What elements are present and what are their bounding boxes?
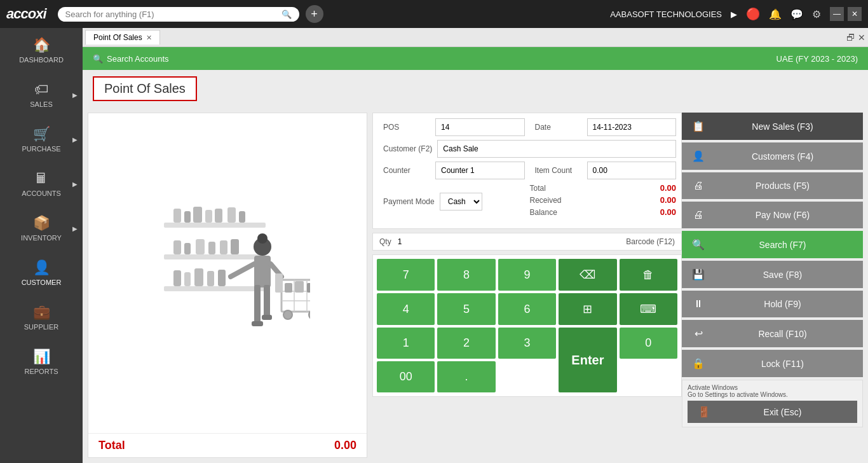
numpad-5[interactable]: 5 xyxy=(437,293,495,325)
tab-close-icon[interactable]: ✕ xyxy=(146,34,152,42)
sales-icon: 🏷 xyxy=(34,81,48,98)
mid-panel: POS 14 Date 14-11-2023 Customer (F2) Cas… xyxy=(372,113,682,458)
svg-rect-17 xyxy=(184,272,191,286)
svg-point-22 xyxy=(257,233,268,244)
svg-rect-11 xyxy=(184,243,191,254)
pay-now-button[interactable]: 🖨 Pay Now (F6) xyxy=(682,202,863,228)
svg-rect-16 xyxy=(173,270,181,286)
exit-button[interactable]: 🚪 Exit (Esc) xyxy=(688,401,857,423)
customer-field: Customer (F2) Cash Sale xyxy=(378,140,676,158)
hold-button[interactable]: ⏸ Hold (F9) xyxy=(682,291,863,317)
recall-button[interactable]: ↩ Recall (F10) xyxy=(682,320,863,347)
tab-point-of-sales[interactable]: Point Of Sales ✕ xyxy=(85,30,160,45)
search-accounts-icon: 🔍 xyxy=(93,54,103,64)
search-input[interactable] xyxy=(65,10,278,19)
tab-controls: 🗗 ✕ xyxy=(846,32,865,43)
close-button[interactable]: ✕ xyxy=(848,7,862,21)
counter-label: Counter xyxy=(378,163,435,177)
numpad-delete[interactable]: 🗑 xyxy=(620,259,677,291)
totals-section: Total 0.00 Received 0.00 Balance 0.00 xyxy=(530,183,677,219)
topbar-icons: 🔔 💬 ⚙ xyxy=(769,8,821,20)
numpad-enter[interactable]: Enter xyxy=(559,328,616,392)
numpad-00[interactable]: 00 xyxy=(377,361,435,392)
products-button[interactable]: 🖨 Products (F5) xyxy=(682,172,863,199)
received-value: 0.00 xyxy=(625,195,676,205)
main-layout: 🏠 DASHBOARD 🏷 SALES ▶ 🛒 PURCHASE ▶ 🖩 ACC… xyxy=(0,28,868,463)
sidebar-item-dashboard[interactable]: 🏠 DASHBOARD xyxy=(0,28,83,73)
svg-rect-27 xyxy=(264,285,270,317)
add-button[interactable]: + xyxy=(306,5,323,23)
search-button[interactable]: 🔍 Search (F7) xyxy=(682,231,863,258)
counter-value: Counter 1 xyxy=(435,162,525,179)
recall-label: Recall (F10) xyxy=(712,329,853,339)
search-accounts-button[interactable]: 🔍 Search Accounts xyxy=(93,54,169,64)
svg-rect-15 xyxy=(231,239,239,254)
minimize-button[interactable]: — xyxy=(830,7,844,21)
search-icon: 🔍 xyxy=(281,10,292,19)
numpad-0[interactable]: 0 xyxy=(620,328,677,359)
chat-icon[interactable]: 💬 xyxy=(790,8,803,20)
svg-rect-3 xyxy=(173,209,181,223)
payment-mode-label: Payment Mode xyxy=(378,195,440,209)
numpad-7[interactable]: 7 xyxy=(377,259,435,291)
sidebar-item-customer[interactable]: 👤 CUSTOMER xyxy=(0,251,83,295)
item-count-label: Item Count xyxy=(530,163,587,177)
svg-rect-8 xyxy=(227,207,236,223)
numpad-backspace[interactable]: ⌫ xyxy=(559,259,616,291)
numpad-6[interactable]: 6 xyxy=(498,293,556,325)
svg-rect-20 xyxy=(218,270,226,286)
sidebar-label-dashboard: DASHBOARD xyxy=(19,56,64,64)
sidebar-item-inventory[interactable]: 📦 INVENTORY ▶ xyxy=(0,206,83,251)
sidebar-item-accounts[interactable]: 🖩 ACCOUNTS ▶ xyxy=(0,162,83,206)
numpad-dot[interactable]: . xyxy=(437,361,495,392)
tab-restore-button[interactable]: 🗗 xyxy=(846,32,855,43)
bell-icon[interactable]: 🔔 xyxy=(769,8,782,20)
illustration-area xyxy=(88,113,367,433)
pos-date-fields: POS 14 Date 14-11-2023 xyxy=(378,118,676,136)
content-area: Point Of Sales ✕ 🗗 ✕ 🔍 Search Accounts U… xyxy=(83,28,868,463)
numpad-grid[interactable]: ⊞ xyxy=(559,293,616,325)
svg-line-24 xyxy=(231,264,254,277)
exit-icon: 🚪 xyxy=(698,406,710,418)
products-label: Products (F5) xyxy=(712,181,853,191)
activate-windows-text1: Activate Windows xyxy=(688,384,857,391)
payment-mode-select[interactable]: Cash xyxy=(440,193,482,211)
settings-icon[interactable]: ⚙ xyxy=(812,8,821,20)
page-title-bar: Point Of Sales xyxy=(83,70,868,107)
sidebar-item-supplier[interactable]: 💼 SUPPLIER xyxy=(0,295,83,340)
new-sales-button[interactable]: 📋 New Sales (F3) xyxy=(682,113,863,140)
numpad-2[interactable]: 2 xyxy=(437,328,495,359)
new-sales-icon: 📋 xyxy=(692,120,705,132)
sidebar-item-purchase[interactable]: 🛒 PURCHASE ▶ xyxy=(0,117,83,162)
lock-button[interactable]: 🔒 Lock (F11) xyxy=(682,350,863,377)
numpad-3[interactable]: 3 xyxy=(498,328,556,359)
pos-field: POS 14 xyxy=(378,118,525,136)
tab-close-button[interactable]: ✕ xyxy=(858,32,865,43)
topbar: accoxi 🔍 + AABASOFT TECHNOLOGIES ▶ 🔴 🔔 💬… xyxy=(0,0,868,28)
pos-date-row: POS 14 Date 14-11-2023 Customer (F2) Cas… xyxy=(372,113,682,229)
lock-label: Lock (F11) xyxy=(712,359,853,369)
numpad-9[interactable]: 9 xyxy=(498,259,556,291)
hold-icon: ⏸ xyxy=(692,298,705,310)
barcode-label: Barcode (F12) xyxy=(626,237,675,246)
reports-icon: 📊 xyxy=(33,349,50,365)
sidebar-label-customer: CUSTOMER xyxy=(22,279,62,286)
numpad-8[interactable]: 8 xyxy=(437,259,495,291)
save-button[interactable]: 💾 Save (F8) xyxy=(682,261,863,288)
qty-barcode-bar: Qty 1 Barcode (F12) xyxy=(372,233,682,251)
numpad-4[interactable]: 4 xyxy=(377,293,435,325)
svg-rect-6 xyxy=(205,210,212,223)
customers-button[interactable]: 👤 Customers (F4) xyxy=(682,142,863,170)
svg-rect-18 xyxy=(194,268,203,286)
customer-value[interactable]: Cash Sale xyxy=(437,140,676,158)
green-bar: 🔍 Search Accounts UAE (FY 2023 - 2023) xyxy=(83,47,868,70)
sidebar-item-sales[interactable]: 🏷 SALES ▶ xyxy=(0,73,83,117)
bottom-total-label: Total xyxy=(98,439,125,452)
balance-value: 0.00 xyxy=(625,207,676,217)
search-label: Search (F7) xyxy=(712,240,853,250)
numpad-keyboard[interactable]: ⌨ xyxy=(620,293,677,325)
numpad-1[interactable]: 1 xyxy=(377,328,435,359)
payment-totals-row: Payment Mode Cash Total 0.00 Receiv xyxy=(378,183,676,219)
sidebar-item-reports[interactable]: 📊 REPORTS xyxy=(0,340,83,384)
search-box[interactable]: 🔍 xyxy=(58,7,299,22)
